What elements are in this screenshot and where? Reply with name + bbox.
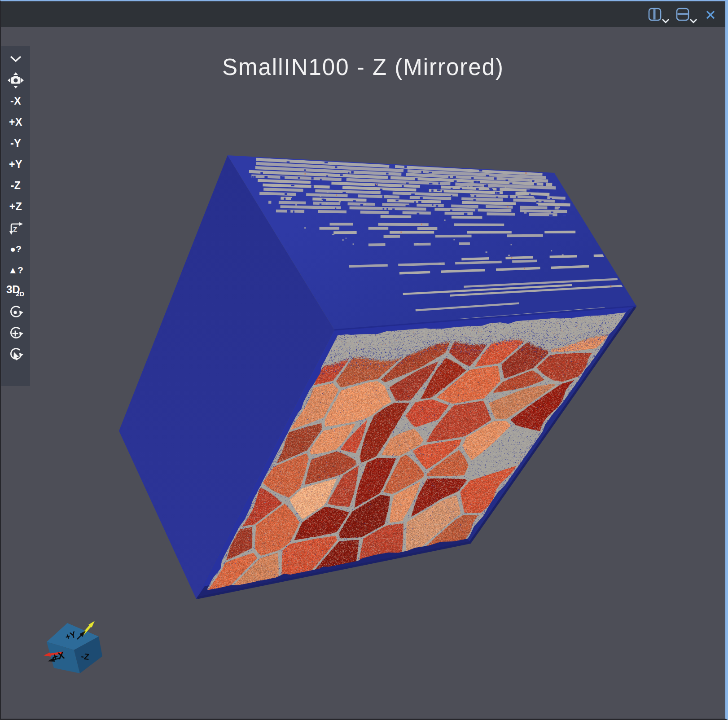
view-minus-y-button[interactable]: -Y xyxy=(1,133,30,154)
zoom-rotate-button[interactable] xyxy=(1,323,30,344)
split-horizontal-button[interactable] xyxy=(676,6,697,22)
close-icon xyxy=(705,9,716,20)
rotate-axis-icon: Z xyxy=(8,220,24,236)
query-cell-button[interactable]: ▲? xyxy=(1,259,30,281)
toggle-3d-2d-button[interactable]: 3D 2D xyxy=(1,281,30,302)
query-point-button[interactable]: ●? xyxy=(1,238,30,259)
render-viewport: SmallIN100 - Z (Mirrored) -X + xyxy=(1,27,725,719)
render-window: SmallIN100 - Z (Mirrored) -X + xyxy=(0,0,728,720)
window-titlebar xyxy=(1,1,725,27)
camera-icon xyxy=(7,71,25,89)
chevron-down-icon xyxy=(689,18,697,23)
rotate-plus-icon xyxy=(8,325,24,342)
dimension-toggle-label: 3D 2D xyxy=(1,281,30,302)
rotate-90-button[interactable]: Z xyxy=(1,217,30,238)
split-vertical-icon xyxy=(648,8,662,21)
view-plus-x-button[interactable]: +X xyxy=(1,112,30,133)
camera-views-button[interactable] xyxy=(1,70,30,91)
view-toolbar: -X +X -Y +Y -Z +Z Z ●? ▲? 3D 2D xyxy=(1,46,30,386)
split-horizontal-icon xyxy=(676,8,689,21)
dataset-title: SmallIN100 - Z (Mirrored) xyxy=(1,54,725,80)
split-vertical-button[interactable] xyxy=(648,6,669,22)
rotate-cursor-icon xyxy=(8,347,24,363)
view-plus-y-button[interactable]: +Y xyxy=(1,154,30,175)
rotate-camera-button[interactable] xyxy=(1,302,30,323)
collapse-toolbar-button[interactable] xyxy=(1,48,30,70)
free-rotate-button[interactable] xyxy=(1,344,30,365)
chevron-down-icon xyxy=(662,18,670,23)
chevron-down-icon xyxy=(10,56,22,62)
orientation-axes-gizmo[interactable] xyxy=(39,601,111,679)
view-plus-z-button[interactable]: +Z xyxy=(1,196,30,217)
close-button[interactable] xyxy=(704,7,717,23)
titlebar-actions xyxy=(648,6,717,23)
view-minus-x-button[interactable]: -X xyxy=(1,91,30,112)
rotate-dot-icon xyxy=(8,304,24,320)
svg-text:Z: Z xyxy=(13,225,17,233)
view-minus-z-button[interactable]: -Z xyxy=(1,175,30,196)
